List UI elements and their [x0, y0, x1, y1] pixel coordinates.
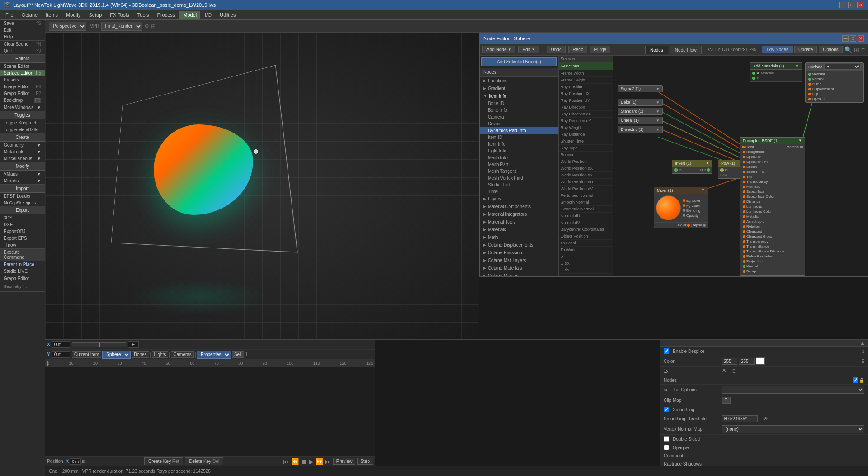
sidebar-item-help[interactable]: Help — [0, 33, 45, 40]
maximize-button[interactable]: □ — [848, 2, 855, 8]
sidebar-item-image-editor[interactable]: Image EditorF6 — [0, 83, 45, 90]
sidebar-item-studio-live[interactable]: Studio LIVE — [0, 268, 45, 275]
timeline-channels[interactable] — [45, 367, 375, 456]
update-button[interactable]: Update — [794, 46, 817, 53]
surface-select[interactable]: ▼ — [824, 64, 861, 70]
sidebar-item-surface-editor[interactable]: Surface EditorF5 — [0, 70, 45, 76]
edit-button[interactable]: Edit ▼ — [518, 46, 539, 53]
ne-maximize-button[interactable]: □ — [850, 35, 856, 42]
next-button[interactable]: ⏩ — [316, 458, 323, 465]
category-octane-medium[interactable]: ▶Octane Medium — [480, 272, 558, 276]
node-principled-bsdf[interactable]: Principled BSDF (1)▼ Color Material Roug… — [740, 137, 805, 276]
node-invert[interactable]: Invert (1)▼ In Out — [672, 160, 712, 174]
sidebar-item-toggle-subpatch[interactable]: Toggle Subpatch — [0, 119, 45, 126]
node-canvas[interactable]: Sigma2 (1) ▼ Delta (1) ▼ — [613, 56, 868, 276]
vertex-normal-map-select[interactable]: (none) — [722, 425, 864, 433]
sidebar-item-metatools[interactable]: MetaTools▼ — [0, 148, 45, 155]
sidebar-item-edit[interactable]: Edit — [0, 27, 45, 33]
value-e-btn[interactable]: E — [732, 369, 736, 374]
menu-fxtools[interactable]: FX Tools — [106, 11, 133, 19]
search-icon[interactable]: ⊞ — [854, 46, 859, 53]
sidebar-item-backdrop[interactable]: BackdropF3 — [0, 97, 45, 104]
x-pos-e[interactable]: E — [82, 459, 85, 464]
category-octane-displacements[interactable]: ▶Octane Displacements — [480, 241, 558, 249]
enable-despike-checkbox[interactable] — [664, 348, 669, 354]
panel-toggle-icon[interactable]: ▲ — [860, 340, 865, 346]
menu-utilities[interactable]: Utilities — [216, 11, 239, 19]
e-button[interactable]: E — [861, 359, 864, 364]
sidebar-item-execute-command[interactable]: Execute Command — [0, 249, 45, 261]
properties-select[interactable]: Properties — [197, 351, 231, 359]
sub-mesh-part[interactable]: Mesh Part — [480, 161, 558, 168]
sidebar-item-presets[interactable]: Presets — [0, 76, 45, 83]
sidebar-item-3ds[interactable]: 3DS — [0, 214, 45, 221]
menu-setup[interactable]: Setup — [85, 11, 106, 19]
delete-key-button[interactable]: Delete Key Del — [185, 457, 223, 465]
options-button[interactable]: Options — [819, 46, 842, 53]
menu-items[interactable]: Items — [42, 11, 61, 19]
undo-button[interactable]: Undo — [547, 46, 566, 53]
sidebar-item-parent-in-place[interactable]: Parent in Place — [0, 261, 45, 268]
x-e-button[interactable]: E — [128, 341, 139, 348]
sidebar-item-export-obj[interactable]: ExportOBJ — [0, 228, 45, 235]
smoothing-checkbox[interactable] — [664, 407, 669, 412]
node-sigma2[interactable]: Sigma2 (1) ▼ — [618, 85, 663, 92]
sidebar-item-morphs[interactable]: Morphs▼ — [0, 177, 45, 184]
prev-frame-button[interactable]: ⏮ — [283, 458, 289, 465]
sidebar-item-throw[interactable]: Throw — [0, 242, 45, 248]
category-layers[interactable]: ▶Layers — [480, 195, 558, 203]
category-functions[interactable]: ▶Functions — [480, 77, 558, 85]
sub-mesh-info[interactable]: Mesh Info — [480, 154, 558, 161]
sub-device[interactable]: Device — [480, 120, 558, 127]
sidebar-item-miscellaneous[interactable]: Miscellaneous▼ — [0, 155, 45, 162]
ne-close-button[interactable]: ✕ — [858, 35, 864, 42]
nodes-lock-icon[interactable]: 🔒 — [859, 378, 864, 383]
render-mode-select[interactable]: Final_Render — [101, 22, 142, 31]
3d-viewport[interactable] — [45, 33, 479, 339]
sub-camera[interactable]: Camera — [480, 114, 558, 120]
close-button[interactable]: ✕ — [857, 2, 864, 8]
double-sided-checkbox[interactable] — [664, 436, 669, 442]
opaque-checkbox[interactable] — [664, 445, 669, 450]
sidebar-item-dxf[interactable]: DXF — [0, 221, 45, 228]
sub-time[interactable]: Time — [480, 188, 558, 195]
add-node-button[interactable]: Add Node ▼ — [482, 46, 515, 53]
sub-bone-id[interactable]: Bone ID — [480, 100, 558, 107]
category-item-info[interactable]: ▼Item Info — [480, 92, 558, 100]
category-octane-mat-layers[interactable]: ▶Octane Mat Layers — [480, 257, 558, 264]
sub-item-info[interactable]: Item Info — [480, 141, 558, 148]
current-item-select[interactable]: Sphere — [102, 351, 131, 359]
sidebar-item-geometry[interactable]: Geometry▼ — [0, 142, 45, 148]
sidebar-item-clear-scene[interactable]: Clear Scene^N — [0, 41, 45, 48]
view-type-select[interactable]: Perspective — [49, 22, 86, 31]
sidebar-item-quit[interactable]: Quit^Q — [0, 48, 45, 54]
category-material-tools[interactable]: ▶Material Tools — [480, 218, 558, 226]
menu-process[interactable]: Process — [154, 11, 179, 19]
tidy-nodes-button[interactable]: Tidy Nodes — [762, 46, 793, 53]
purge-button[interactable]: Purge — [590, 46, 610, 53]
category-octane-materials[interactable]: ▶Octane Materials — [480, 264, 558, 272]
minimize-button[interactable]: — — [839, 2, 846, 8]
sub-mesh-tangent[interactable]: Mesh Tangent — [480, 168, 558, 175]
redo-button[interactable]: Redo — [568, 46, 587, 53]
sub-studio-trait[interactable]: Studio Trait — [480, 181, 558, 188]
category-math[interactable]: ▶Math — [480, 233, 558, 241]
node-mixer[interactable]: Mixer (1)▼ Bg Color Fg Color Blending — [654, 187, 708, 228]
sidebar-item-scene-editor[interactable]: Scene Editor — [0, 63, 45, 70]
menu-io[interactable]: I/O — [201, 11, 215, 19]
category-octane-emission[interactable]: ▶Octane Emission — [480, 249, 558, 257]
despike-info-icon[interactable]: ℹ — [862, 348, 864, 354]
node-unreal[interactable]: Unreal (1) ▼ — [618, 117, 663, 124]
sub-bone-info[interactable]: Bone Info — [480, 107, 558, 114]
sidebar-item-more-windows[interactable]: More Windows▼ — [0, 104, 45, 111]
sidebar-item-vmaps[interactable]: VMaps▼ — [0, 171, 45, 177]
sub-item-id[interactable]: Item ID — [480, 134, 558, 141]
smoothing-threshold-input[interactable] — [722, 415, 758, 422]
add-selected-nodes-button[interactable]: Add Selected Node(s) — [481, 57, 557, 66]
category-materials[interactable]: ▶Materials — [480, 226, 558, 233]
node-standard[interactable]: Standard (1) ▼ — [618, 108, 663, 115]
grid-icon[interactable]: ≡ — [861, 46, 865, 53]
tab-nodes[interactable]: Nodes — [645, 46, 668, 54]
next-frame-button[interactable]: ⏭ — [325, 458, 331, 465]
sidebar-item-graph-editor-btn[interactable]: Graph Editor — [0, 275, 45, 282]
